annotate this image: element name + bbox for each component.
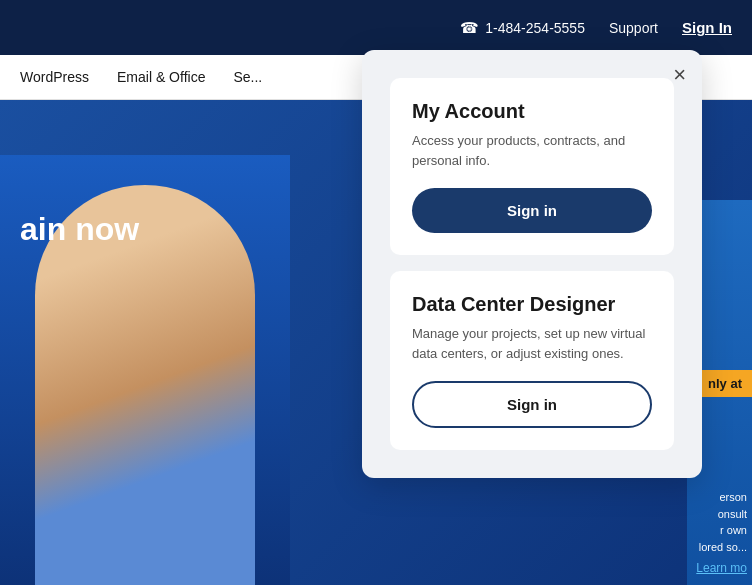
my-account-description: Access your products, contracts, and per…: [412, 131, 652, 170]
my-account-section: My Account Access your products, contrac…: [390, 78, 674, 255]
signin-top-link[interactable]: Sign In: [682, 19, 732, 36]
nav-item-wordpress[interactable]: WordPress: [20, 69, 89, 85]
close-button[interactable]: ×: [673, 64, 686, 86]
right-text-line3: r own: [699, 522, 747, 539]
top-bar-right: ☎ 1-484-254-5555 Support Sign In: [460, 19, 732, 37]
bottom-right-text: erson onsult r own lored so...: [699, 489, 747, 555]
phone-icon: ☎: [460, 19, 479, 37]
right-text-line4: lored so...: [699, 539, 747, 556]
data-center-title: Data Center Designer: [412, 293, 652, 316]
phone-area: ☎ 1-484-254-5555: [460, 19, 585, 37]
hero-text-partial: ain now: [20, 210, 139, 248]
my-account-signin-button[interactable]: Sign in: [412, 188, 652, 233]
nav-item-se[interactable]: Se...: [233, 69, 262, 85]
right-text-line1: erson: [699, 489, 747, 506]
hero-text-area: ain now: [20, 210, 139, 248]
data-center-description: Manage your projects, set up new virtual…: [412, 324, 652, 363]
nav-item-email[interactable]: Email & Office: [117, 69, 205, 85]
support-link[interactable]: Support: [609, 20, 658, 36]
data-center-section: Data Center Designer Manage your project…: [390, 271, 674, 450]
my-account-title: My Account: [412, 100, 652, 123]
learn-more-link[interactable]: Learn mo: [696, 561, 747, 575]
account-dropdown-panel: × My Account Access your products, contr…: [362, 50, 702, 478]
yellow-badge: nly at: [698, 370, 752, 397]
top-navigation-bar: ☎ 1-484-254-5555 Support Sign In: [0, 0, 752, 55]
right-text-line2: onsult: [699, 506, 747, 523]
data-center-signin-button[interactable]: Sign in: [412, 381, 652, 428]
phone-number: 1-484-254-5555: [485, 20, 585, 36]
